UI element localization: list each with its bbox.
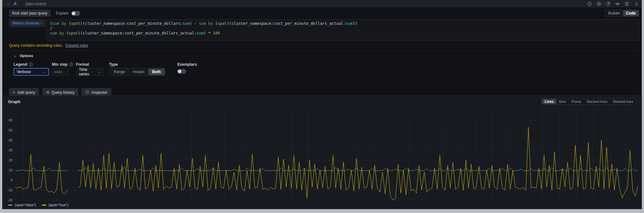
legend-select[interactable]: Verbose⌄ [14,68,49,76]
datasource-name: (ops-cortex) [26,2,46,6]
format-label: Format [76,62,89,67]
editor-mode-builder[interactable]: Builder [605,10,623,16]
trash-icon[interactable] [624,1,629,6]
promql-code-editor[interactable]: (sum by (spot)(cluster_namespace:cost_pe… [46,19,639,41]
svg-text:40: 40 [9,138,13,142]
graph-mode-bars[interactable]: Bars [556,99,569,104]
graph-mode-points[interactable]: Points [569,99,584,104]
series-swatch [8,205,13,206]
svg-text:50: 50 [9,128,13,132]
options-section: ⌄ Options Legendi Verbose⌄ Min stepi For… [9,51,639,76]
collapse-query-icon[interactable]: ⌄ [7,2,10,6]
info-icon: i [29,63,33,66]
svg-text:-20: -20 [7,198,13,202]
svg-text:0: 0 [11,178,13,182]
type-instant[interactable]: Instant [129,69,148,75]
plus-icon: + [13,90,15,95]
format-select[interactable]: Time series⌄ [76,68,104,76]
recording-rules-warning: Query contains recording rules. [9,43,63,48]
graph-mode-lines[interactable]: Lines [542,99,556,104]
series-swatch [42,205,46,206]
exemplars-toggle[interactable] [177,69,186,74]
chevron-down-icon: ⌄ [14,53,16,58]
svg-text:-10: -10 [7,188,13,192]
explain-toggle[interactable] [71,11,80,16]
type-both[interactable]: Both [148,69,165,75]
graph-mode-stacked-lines[interactable]: Stacked lines [584,99,610,104]
kick-start-query-button[interactable]: Kick start your query [9,10,51,17]
info-icon: i [69,63,73,66]
editor-mode-code[interactable]: Code [623,10,639,16]
timeseries-chart[interactable]: 6050403020100-10-20 [4,105,640,202]
svg-text:60: 60 [9,118,13,122]
chart-legend: {spot="false"} {spot="true"} [8,203,68,207]
exclamation-circle-icon[interactable] [587,1,592,6]
record-circle-icon[interactable] [596,1,601,6]
graph-panel: Graph Lines Bars Points Stacked lines St… [3,95,641,209]
query-row-actions [587,1,639,6]
explain-label: Explain [56,11,68,15]
legend-item-spot-false[interactable]: {spot="false"} [8,203,36,207]
eye-icon[interactable] [615,1,620,6]
exemplars-label: Exemplars [177,62,197,67]
min-step-input[interactable] [52,68,69,76]
history-icon: ⟲ [46,90,49,95]
chevron-down-icon: ⌄ [95,70,101,74]
type-range[interactable]: Range [110,69,129,75]
query-ref-id: A [14,1,16,6]
svg-text:30: 30 [9,148,13,152]
legend-item-spot-true[interactable]: {spot="true"} [42,203,68,207]
query-row-header: ⌄ A (ops-cortex) [2,0,642,7]
drag-handle-icon[interactable] [634,1,639,6]
metrics-browser-button[interactable]: Metrics browser › [9,19,45,27]
legend-label: Legend [14,62,27,67]
svg-text:20: 20 [9,158,13,162]
expand-rules-link[interactable]: Expand rules [65,43,88,48]
chevron-down-icon: ⌄ [40,70,46,74]
editor-mode-group: Builder Code [605,10,639,17]
explore-view: ⌄ A (ops-cortex) [2,0,642,209]
graph-mode-stacked-bars[interactable]: Stacked bars [610,99,636,104]
graph-panel-title: Graph [8,99,20,104]
type-label: Type [109,62,118,67]
svg-text:10: 10 [9,168,13,172]
options-collapse[interactable]: ⌄ Options [14,53,639,58]
clock-icon[interactable] [606,1,610,6]
info-circle-icon: ⓘ [85,90,89,95]
query-type-group: Range Instant Both [109,68,166,76]
min-step-label: Min step [52,62,68,67]
graph-mode-group: Lines Bars Points Stacked lines Stacked … [541,98,637,105]
